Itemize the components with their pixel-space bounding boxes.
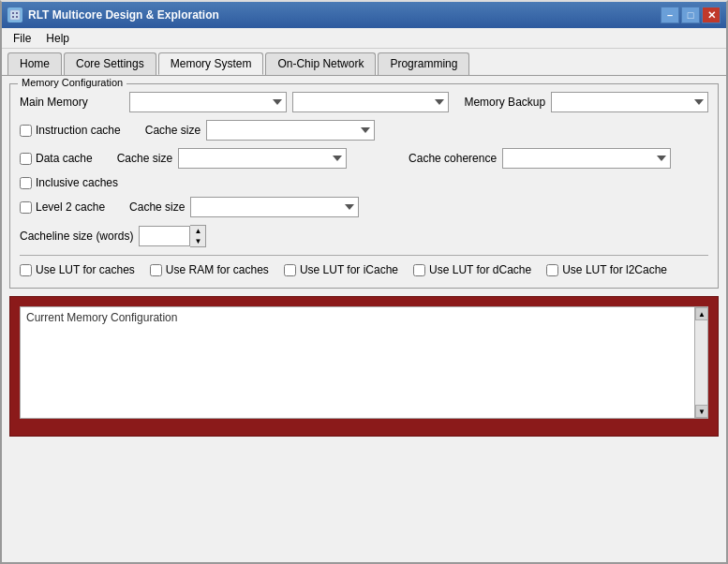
level2-cache-checkbox-wrap: Level 2 cache: [20, 200, 105, 214]
tab-core-settings[interactable]: Core Settings: [64, 52, 156, 75]
level2-cache-label: Level 2 cache: [36, 200, 105, 214]
bottom-panel: Current Memory Configuration ▲ ▼: [9, 296, 719, 437]
level2-cache-row: Level 2 cache Cache size: [20, 197, 708, 217]
lut-ram-checkboxes-row: Use LUT for caches Use RAM for caches Us…: [20, 263, 708, 276]
level2-cache-checkbox[interactable]: [20, 201, 32, 214]
titlebar-controls: – □ ✕: [661, 7, 721, 23]
ram-caches-wrap: Use RAM for caches: [150, 263, 269, 276]
window-title: RLT Multicore Design & Exploration: [28, 8, 219, 22]
svg-rect-3: [12, 16, 14, 18]
lut-dcache-label: Use LUT for dCache: [429, 263, 531, 276]
lut-dcache-wrap: Use LUT for dCache: [413, 263, 531, 276]
lut-caches-label: Use LUT for caches: [36, 263, 135, 276]
lut-dcache-checkbox[interactable]: [413, 264, 425, 276]
scroll-thumb[interactable]: [695, 320, 707, 405]
menu-file[interactable]: File: [6, 30, 38, 46]
lut-caches-wrap: Use LUT for caches: [20, 263, 135, 276]
instruction-cache-checkbox-wrap: Instruction cache: [20, 124, 121, 137]
instruction-cache-checkbox[interactable]: [20, 125, 32, 137]
menubar: File Help: [2, 28, 726, 49]
memory-backup-select[interactable]: [551, 92, 708, 112]
lut-l2cache-checkbox[interactable]: [546, 264, 558, 276]
main-memory-row: Main Memory Memory Backup: [20, 92, 708, 112]
tab-home[interactable]: Home: [7, 52, 62, 75]
lut-l2cache-wrap: Use LUT for l2Cache: [546, 263, 667, 276]
data-cache-checkbox[interactable]: [20, 153, 32, 165]
spinner-buttons: ▲ ▼: [190, 225, 206, 247]
ram-caches-label: Use RAM for caches: [166, 263, 269, 276]
ram-caches-checkbox[interactable]: [150, 264, 162, 276]
tab-on-chip-network[interactable]: On-Chip Network: [265, 52, 376, 75]
svg-rect-2: [16, 12, 18, 14]
config-box-title: Current Memory Configuration: [26, 311, 177, 324]
lut-caches-checkbox[interactable]: [20, 264, 32, 276]
data-cache-label: Data cache: [36, 152, 93, 165]
lut-icache-label: Use LUT for iCache: [300, 263, 398, 276]
spin-up-button[interactable]: ▲: [190, 226, 205, 236]
cacheline-size-label: Cacheline size (words): [20, 230, 133, 243]
memory-configuration-group: Memory Configuration Main Memory Memory …: [9, 83, 719, 289]
cacheline-input[interactable]: 1: [139, 226, 190, 246]
instruction-cache-size-select[interactable]: [206, 120, 375, 141]
titlebar: RLT Multicore Design & Exploration – □ ✕: [2, 2, 726, 28]
inclusive-caches-row: Inclusive caches: [20, 176, 708, 189]
cache-size-label3: Cache size: [129, 200, 185, 214]
data-cache-checkbox-wrap: Data cache: [20, 152, 93, 165]
tab-memory-system[interactable]: Memory System: [158, 52, 264, 75]
inclusive-caches-checkbox-wrap: Inclusive caches: [20, 176, 118, 189]
main-window: RLT Multicore Design & Exploration – □ ✕…: [0, 0, 728, 564]
close-button[interactable]: ✕: [702, 7, 721, 23]
lut-icache-checkbox[interactable]: [284, 264, 296, 276]
data-cache-size-select[interactable]: [178, 148, 347, 169]
data-cache-row: Data cache Cache size Cache coherence: [20, 148, 708, 169]
menu-help[interactable]: Help: [38, 30, 77, 46]
cacheline-size-row: Cacheline size (words) 1 ▲ ▼: [20, 225, 708, 247]
divider: [20, 255, 708, 256]
minimize-button[interactable]: –: [661, 7, 679, 23]
instruction-cache-row: Instruction cache Cache size: [20, 120, 708, 141]
app-icon: [7, 7, 22, 22]
lut-l2cache-label: Use LUT for l2Cache: [562, 263, 667, 276]
scroll-up-arrow[interactable]: ▲: [695, 307, 708, 320]
cache-coherence-label: Cache coherence: [409, 152, 497, 165]
titlebar-left: RLT Multicore Design & Exploration: [7, 7, 219, 22]
instruction-cache-label: Instruction cache: [36, 124, 121, 137]
cache-size-label1: Cache size: [145, 124, 201, 137]
svg-rect-1: [12, 12, 14, 14]
main-memory-label: Main Memory: [20, 96, 124, 109]
group-title: Memory Configuration: [18, 77, 126, 88]
memory-backup-label: Memory Backup: [464, 96, 545, 109]
level2-cache-size-select[interactable]: [190, 197, 359, 217]
tabs-bar: Home Core Settings Memory System On-Chip…: [2, 49, 726, 76]
main-memory-select2[interactable]: [292, 92, 450, 112]
scroll-down-arrow[interactable]: ▼: [695, 405, 708, 418]
tab-programming[interactable]: Programming: [378, 52, 469, 75]
inclusive-caches-checkbox[interactable]: [20, 177, 32, 189]
svg-rect-0: [10, 10, 20, 20]
cacheline-spinner: 1 ▲ ▼: [139, 225, 206, 247]
svg-rect-4: [16, 16, 18, 18]
main-memory-select1[interactable]: [129, 92, 287, 112]
inclusive-caches-label: Inclusive caches: [36, 176, 118, 189]
maximize-button[interactable]: □: [681, 7, 700, 23]
cache-size-label2: Cache size: [117, 152, 172, 165]
scrollbar-vertical[interactable]: ▲ ▼: [694, 307, 707, 418]
spin-down-button[interactable]: ▼: [190, 236, 205, 246]
lut-icache-wrap: Use LUT for iCache: [284, 263, 398, 276]
cache-coherence-select[interactable]: [502, 148, 671, 169]
current-memory-config-box: Current Memory Configuration ▲ ▼: [20, 306, 708, 419]
content-area: Memory Configuration Main Memory Memory …: [2, 76, 726, 562]
